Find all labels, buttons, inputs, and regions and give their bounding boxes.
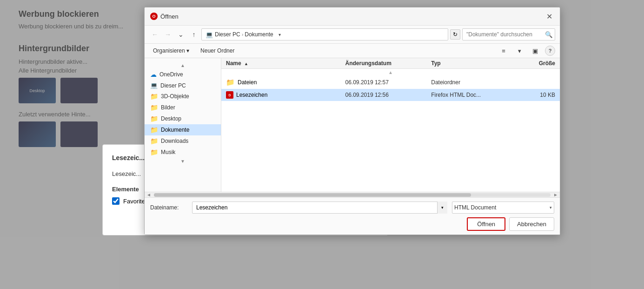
pc-icon-sidebar: 💻 <box>150 82 158 89</box>
dialog-title-text: Öffnen <box>160 13 179 20</box>
col-date-header[interactable]: Änderungsdatum <box>345 60 432 67</box>
3d-folder-icon: 📁 <box>150 93 158 100</box>
new-folder-button[interactable]: Neuer Ordner <box>197 46 238 55</box>
view-dropdown-button[interactable]: ▾ <box>513 46 525 56</box>
dieser-pc-label: Dieser PC <box>160 82 186 89</box>
file-cell-size: 10 KB <box>517 92 555 98</box>
sidebar-item-onedrive[interactable]: ☁ OneDrive <box>145 69 221 80</box>
sidebar-item-3d[interactable]: 📁 3D-Objekte <box>145 91 221 102</box>
downloads-folder-icon: 📁 <box>150 137 158 145</box>
nav-up-button[interactable]: ↑ <box>188 29 199 40</box>
filename-input-wrapper: ▾ <box>192 202 447 214</box>
favoriten-checkbox[interactable] <box>112 197 120 205</box>
name-sort-arrow: ▲ <box>244 61 248 66</box>
nav-back-button[interactable]: ← <box>149 29 160 40</box>
3d-label: 3D-Objekte <box>161 93 189 100</box>
sidebar-item-dieser-pc[interactable]: 💻 Dieser PC <box>145 80 221 91</box>
desktop-folder-icon: 📁 <box>150 115 158 122</box>
musik-folder-icon: 📁 <box>150 148 158 156</box>
help-button[interactable]: ? <box>545 46 555 56</box>
filename-dropdown-button[interactable]: ▾ <box>437 202 447 214</box>
dialog-bottom: Dateiname: ▾ HTML Document ▾ Öffnen Abbr… <box>145 197 560 235</box>
organize-button[interactable]: Organisieren ▾ <box>149 46 193 55</box>
breadcrumb-dokumente[interactable]: Dokumente <box>245 31 273 38</box>
sidebar-scroll-up[interactable]: ▲ <box>145 62 221 69</box>
organize-label: Organisieren ▾ <box>153 47 189 54</box>
folder-icon: 📁 <box>226 78 235 87</box>
bilder-label: Bilder <box>161 104 175 111</box>
onedrive-icon: ☁ <box>150 71 157 78</box>
search-wrapper: 🔍 <box>462 28 555 40</box>
col-size-header[interactable]: Größe <box>517 60 555 67</box>
dialog-toolbar: Organisieren ▾ Neuer Ordner ≡ ▾ ▣ ? <box>145 44 560 58</box>
filename-label: Dateiname: <box>150 204 187 211</box>
filelist-rows: 📁 Dateien 06.09.2019 12:57 Dateiordner D… <box>221 76 560 101</box>
nav-forward-button[interactable]: → <box>162 29 173 40</box>
filetype-text: HTML Document <box>454 204 496 211</box>
dokumente-label: Dokumente <box>161 127 189 133</box>
scrollbar-left-arrow[interactable]: ◄ <box>146 192 152 197</box>
sidebar-item-bilder[interactable]: 📁 Bilder <box>145 102 221 113</box>
horizontal-scrollbar[interactable]: ◄ ► <box>145 192 560 197</box>
dialog-addressbar: ← → ⌄ ↑ 💻 Dieser PC › Dokumente ▾ ↻ 🔍 <box>145 26 560 44</box>
scrollbar-right-arrow[interactable]: ► <box>552 192 559 197</box>
scrollbar-thumb[interactable] <box>154 193 471 197</box>
file-name-text: Dateien <box>238 79 257 86</box>
opera-icon: O <box>150 13 158 20</box>
onedrive-label: OneDrive <box>159 71 183 78</box>
file-cell-date: 06.09.2019 12:57 <box>345 79 432 86</box>
html-file-icon: D <box>226 91 233 99</box>
filetype-arrow: ▾ <box>550 205 552 210</box>
address-box: 💻 Dieser PC › Dokumente ▾ <box>201 28 448 40</box>
file-row[interactable]: 📁 Dateien 06.09.2019 12:57 Dateiordner <box>221 76 560 89</box>
dialog-close-button[interactable]: ✕ <box>544 11 554 21</box>
new-folder-label: Neuer Ordner <box>200 47 234 54</box>
search-input[interactable] <box>462 28 555 40</box>
file-cell-date: 06.09.2019 12:56 <box>345 92 432 98</box>
desktop-sidebar-label: Desktop <box>161 115 181 122</box>
pane-button[interactable]: ▣ <box>529 46 541 56</box>
search-icon-button[interactable]: 🔍 <box>544 30 553 39</box>
breadcrumb-pc[interactable]: Dieser PC <box>215 31 240 38</box>
filetype-select[interactable]: HTML Document ▾ <box>452 202 554 214</box>
open-button[interactable]: Öffnen <box>467 217 505 231</box>
file-row[interactable]: D Lesezeichen 06.09.2019 12:56 Firefox H… <box>221 89 560 101</box>
sidebar-scroll-down[interactable]: ▼ <box>145 158 221 165</box>
file-cell-name: D Lesezeichen <box>226 91 345 99</box>
address-dropdown-button[interactable]: ▾ <box>275 29 285 40</box>
file-cell-name: 📁 Dateien <box>226 78 345 87</box>
address-breadcrumb: Dieser PC › Dokumente <box>215 31 273 38</box>
col-type-header[interactable]: Typ <box>431 60 517 67</box>
sidebar-item-dokumente[interactable]: 📁 Dokumente <box>145 124 221 135</box>
dialog-body: ▲ ☁ OneDrive 💻 Dieser PC 📁 3D-Objekte 📁 … <box>145 58 560 192</box>
dokumente-folder-icon: 📁 <box>150 126 158 134</box>
bilder-folder-icon: 📁 <box>150 104 158 111</box>
dialog-sidebar: ▲ ☁ OneDrive 💻 Dieser PC 📁 3D-Objekte 📁 … <box>145 58 221 192</box>
sidebar-item-desktop[interactable]: 📁 Desktop <box>145 113 221 124</box>
file-cell-type: Dateiordner <box>431 79 517 86</box>
file-open-dialog: O Öffnen ✕ ← → ⌄ ↑ 💻 Dieser PC › Dokumen… <box>144 7 560 235</box>
dialog-title-left: O Öffnen <box>150 13 179 20</box>
downloads-label: Downloads <box>161 138 188 144</box>
sidebar-item-musik[interactable]: 📁 Musik <box>145 147 221 158</box>
nav-down-button[interactable]: ⌄ <box>175 29 186 40</box>
file-cell-type: Firefox HTML Doc... <box>431 92 517 98</box>
sidebar-item-downloads[interactable]: 📁 Downloads <box>145 135 221 147</box>
address-refresh-button[interactable]: ↻ <box>450 29 460 40</box>
view-list-button[interactable]: ≡ <box>498 46 510 56</box>
filename-input[interactable] <box>192 202 447 214</box>
scrollbar-track[interactable] <box>154 193 551 197</box>
col-name-header[interactable]: Name ▲ <box>226 60 345 67</box>
filename-row: Dateiname: ▾ HTML Document ▾ <box>150 202 554 214</box>
cancel-button[interactable]: Abbrechen <box>509 217 554 231</box>
filelist-scroll-up-indicator: ▲ <box>221 69 560 76</box>
dialog-filelist: Name ▲ Änderungsdatum Typ Größe ▲ 📁 Date… <box>221 58 560 192</box>
musik-label: Musik <box>161 149 175 155</box>
breadcrumb-sep1: › <box>242 32 244 37</box>
lesezeichen-input-label: Lesezeic... <box>112 170 141 177</box>
dialog-titlebar: O Öffnen ✕ <box>145 7 560 26</box>
dialog-action-buttons: Öffnen Abbrechen <box>150 217 554 231</box>
filelist-header: Name ▲ Änderungsdatum Typ Größe <box>221 58 560 69</box>
file-name-text: Lesezeichen <box>236 92 267 98</box>
pc-icon: 💻 <box>206 31 213 38</box>
